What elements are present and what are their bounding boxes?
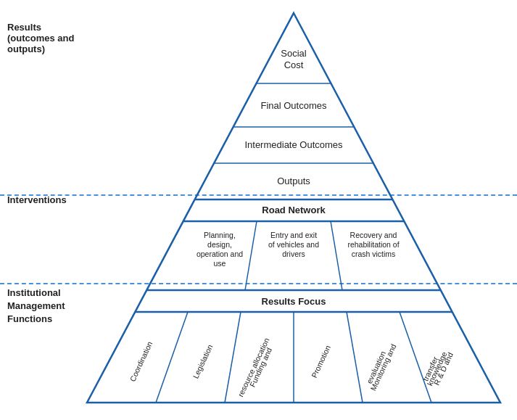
svg-line-16 (400, 312, 431, 403)
promotion-label: Promotion (310, 344, 332, 379)
results-focus-label: Results Focus (262, 296, 326, 307)
label-results: Results (outcomes and outputs) (7, 22, 87, 54)
svg-text:operation and: operation and (197, 250, 243, 258)
svg-line-10 (245, 221, 257, 290)
svg-text:use: use (214, 259, 226, 268)
legislation-label: Legislation (191, 343, 214, 380)
svg-line-11 (331, 221, 342, 290)
intermediate-outcomes-label: Intermediate Outcomes (244, 139, 343, 150)
coordination-label: Coordination (128, 340, 154, 383)
final-outcomes-label: Final Outcomes (260, 100, 327, 111)
road-network-label: Road Network (262, 205, 326, 215)
svg-text:rehabilitation of: rehabilitation of (347, 240, 399, 249)
entry-exit-label: Entry and exit (270, 231, 317, 239)
label-institutional: Institutional Management Functions (7, 287, 87, 326)
page-container: Results (outcomes and outputs) Intervent… (0, 0, 517, 420)
svg-text:of vehicles and: of vehicles and (268, 240, 319, 249)
recovery-label: Recovery and (350, 231, 397, 239)
svg-text:crash victims: crash victims (352, 250, 396, 258)
social-cost-label: Social (281, 48, 307, 59)
svg-line-12 (156, 312, 188, 403)
svg-text:Cost: Cost (284, 59, 304, 70)
planning-label: Planning, (204, 231, 236, 239)
label-interventions: Interventions (7, 194, 87, 205)
svg-text:design,: design, (207, 240, 232, 249)
pyramid-diagram: Social Cost Final Outcomes Intermediate … (80, 7, 508, 413)
outputs-label: Outputs (277, 176, 310, 186)
svg-text:resource allocation: resource allocation (236, 337, 270, 398)
svg-text:drivers: drivers (282, 250, 305, 258)
svg-line-15 (347, 312, 363, 403)
